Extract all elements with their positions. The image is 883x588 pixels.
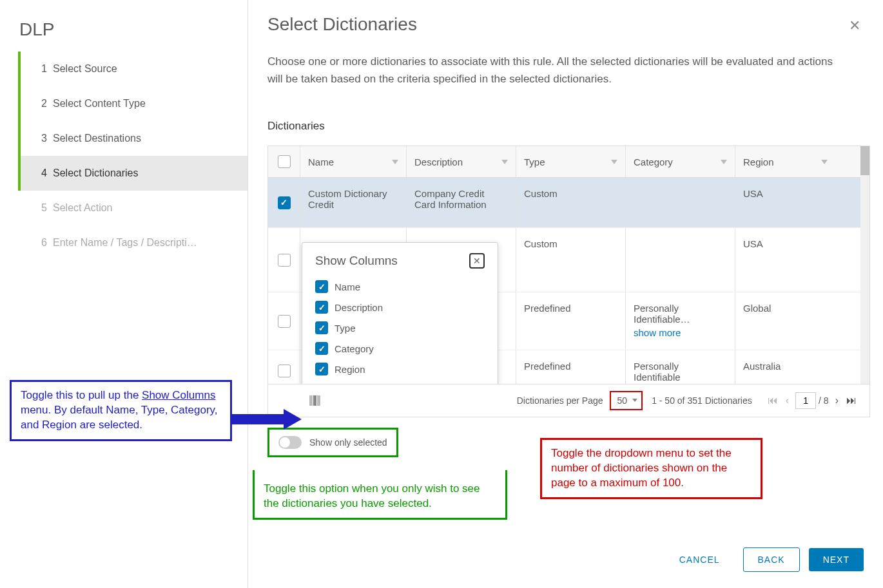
wizard-footer-buttons: CANCEL BACK NEXT (665, 547, 864, 572)
step-enter-name-tags: 6Enter Name / Tags / Descripti… (21, 225, 247, 260)
filter-icon[interactable] (821, 160, 828, 164)
checkbox-icon[interactable] (315, 363, 328, 375)
filter-icon[interactable] (392, 160, 398, 164)
scrollbar[interactable] (860, 146, 869, 391)
callout-show-columns: Toggle this to pull up the Show Columns … (10, 380, 232, 441)
next-button[interactable]: NEXT (809, 548, 864, 571)
annotation-arrow (232, 409, 303, 430)
checkbox-icon[interactable] (315, 280, 328, 293)
column-toggle-region[interactable]: Region (315, 359, 485, 379)
step-select-action: 5Select Action (21, 191, 247, 225)
cancel-button[interactable]: CANCEL (665, 548, 734, 571)
checkbox-icon[interactable] (315, 321, 328, 334)
close-icon[interactable]: ✕ (846, 14, 864, 37)
show-only-selected-toggle[interactable] (278, 436, 302, 449)
wizard-sidebar: DLP 1Select Source 2Select Content Type … (0, 0, 248, 588)
pager-last-icon[interactable]: ⏭ (842, 395, 860, 406)
step-select-dictionaries[interactable]: 4Select Dictionaries (21, 156, 247, 191)
step-select-source[interactable]: 1Select Source (21, 52, 247, 86)
filter-icon[interactable] (501, 160, 508, 164)
row-checkbox[interactable] (278, 365, 291, 377)
filter-icon[interactable] (721, 160, 727, 164)
table-header: Name Description Type Category Region (268, 146, 869, 178)
section-label: Dictionaries (267, 120, 870, 133)
column-toggle-name[interactable]: Name (315, 276, 485, 297)
pager-next-icon[interactable]: › (831, 395, 842, 406)
row-checkbox[interactable] (278, 196, 291, 209)
popover-title: Show Columns (315, 254, 398, 268)
callout-show-only-selected: Toggle this option when you only wish to… (253, 470, 507, 520)
checkbox-icon[interactable] (315, 342, 328, 355)
popover-close-icon[interactable]: ✕ (469, 253, 485, 269)
sidebar-title: DLP (0, 13, 247, 52)
dictionaries-table: Name Description Type Category Region Cu… (267, 146, 870, 417)
per-page-select[interactable]: 50 (610, 391, 643, 410)
checkbox-icon[interactable] (315, 301, 328, 314)
pager-prev-icon[interactable]: ‹ (782, 395, 793, 406)
step-select-content-type[interactable]: 2Select Content Type (21, 86, 247, 121)
filter-icon[interactable] (611, 160, 617, 164)
page-range-info: 1 - 50 of 351 Dictionaries (652, 395, 752, 406)
show-only-selected-label: Show only selected (309, 437, 387, 448)
show-more-link[interactable]: show more (634, 327, 681, 338)
column-toggle-type[interactable]: Type (315, 318, 485, 338)
callout-per-page: Toggle the dropdown menu to set the numb… (540, 438, 762, 499)
show-columns-popover: Show Columns ✕ Name Description Type Cat… (302, 242, 498, 384)
show-only-selected-row: Show only selected (267, 428, 398, 457)
scroll-thumb[interactable] (860, 146, 869, 175)
select-all-checkbox[interactable] (278, 155, 291, 168)
column-toggle-description[interactable]: Description (315, 297, 485, 318)
col-desc-header: Description (414, 156, 463, 167)
col-region-header: Region (743, 156, 774, 167)
page-total: / 8 (819, 395, 829, 406)
col-name-header: Name (308, 156, 334, 167)
per-page-label: Dictionaries per Page (517, 395, 603, 406)
table-footer: Dictionaries per Page 50 1 - 50 of 351 D… (268, 384, 869, 417)
row-checkbox[interactable] (278, 315, 291, 328)
back-button[interactable]: BACK (743, 547, 800, 572)
col-category-header: Category (634, 156, 673, 167)
column-toggle-category[interactable]: Category (315, 338, 485, 359)
col-type-header: Type (524, 156, 545, 167)
row-checkbox[interactable] (278, 254, 291, 267)
column-settings-icon[interactable] (309, 395, 321, 406)
page-number-input[interactable] (795, 392, 816, 409)
page-description: Choose one or more dictionaries to assoc… (267, 53, 848, 88)
page-title: Select Dictionaries (267, 14, 417, 35)
table-row[interactable]: Custom Dictionary Credit Company Credit … (268, 178, 869, 228)
select-all-columns[interactable]: SELECT ALL (315, 383, 485, 384)
pager-first-icon[interactable]: ⏮ (764, 395, 782, 406)
step-select-destinations[interactable]: 3Select Destinations (21, 121, 247, 156)
